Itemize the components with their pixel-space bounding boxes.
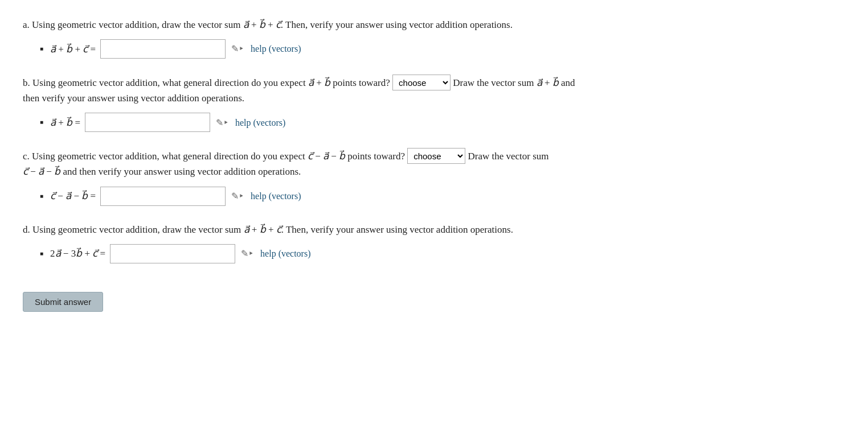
section-c-dropdown[interactable]: choose north south east west northeast n… xyxy=(407,148,465,164)
pencil-icon-b[interactable]: ✎‣ xyxy=(216,116,228,130)
section-c-letter: c. xyxy=(23,151,32,162)
submit-section: Submit answer xyxy=(23,280,845,312)
section-d-equation-row: ■ 2a⃗ − 3b⃗ + c⃗ = ✎‣ help (vectors) xyxy=(40,244,845,263)
section-a-equation-label: a⃗ + b⃗ + c⃗ = xyxy=(50,42,96,57)
section-c: c. Using geometric vector addition, what… xyxy=(23,148,845,205)
section-d: d. Using geometric vector addition, draw… xyxy=(23,222,845,263)
pencil-icon-a[interactable]: ✎‣ xyxy=(231,42,244,56)
section-c-input[interactable] xyxy=(100,187,226,206)
section-a-equation-row: ■ a⃗ + b⃗ + c⃗ = ✎‣ help (vectors) xyxy=(40,39,845,59)
section-d-equation-label: 2a⃗ − 3b⃗ + c⃗ = xyxy=(50,246,105,261)
section-a-letter: a. xyxy=(23,19,32,30)
section-b-text: b. Using geometric vector addition, what… xyxy=(23,75,845,106)
section-a-text: a. Using geometric vector addition, draw… xyxy=(23,17,845,32)
bullet-c: ■ xyxy=(40,192,43,201)
section-b-input[interactable] xyxy=(85,113,210,132)
section-c-equation-row: ■ c⃗ − a⃗ − b⃗ = ✎‣ help (vectors) xyxy=(40,187,845,206)
section-a: a. Using geometric vector addition, draw… xyxy=(23,17,845,59)
section-b-help-link[interactable]: help (vectors) xyxy=(235,116,285,130)
pencil-icon-c[interactable]: ✎‣ xyxy=(231,189,244,204)
section-d-text: d. Using geometric vector addition, draw… xyxy=(23,222,845,237)
section-b-letter: b. xyxy=(23,77,32,88)
section-a-input[interactable] xyxy=(100,39,226,59)
bullet-b: ■ xyxy=(40,118,43,127)
pencil-icon-d[interactable]: ✎‣ xyxy=(241,246,253,261)
section-b-equation-label: a⃗ + b⃗ = xyxy=(50,115,80,130)
section-d-help-link[interactable]: help (vectors) xyxy=(260,246,310,261)
section-d-input[interactable] xyxy=(110,244,235,263)
section-c-help-link[interactable]: help (vectors) xyxy=(251,189,301,204)
section-b-equation-row: ■ a⃗ + b⃗ = ✎‣ help (vectors) xyxy=(40,113,845,132)
section-d-letter: d. xyxy=(23,224,32,235)
section-a-help-link[interactable]: help (vectors) xyxy=(251,42,301,56)
submit-button[interactable]: Submit answer xyxy=(23,292,103,312)
bullet-d: ■ xyxy=(40,249,43,258)
bullet-a: ■ xyxy=(40,44,43,53)
main-content: a. Using geometric vector addition, draw… xyxy=(23,17,845,312)
section-b: b. Using geometric vector addition, what… xyxy=(23,75,845,132)
section-c-equation-label: c⃗ − a⃗ − b⃗ = xyxy=(50,188,96,204)
section-c-text: c. Using geometric vector addition, what… xyxy=(23,148,845,179)
section-b-dropdown[interactable]: choose north south east west northeast n… xyxy=(392,75,451,90)
